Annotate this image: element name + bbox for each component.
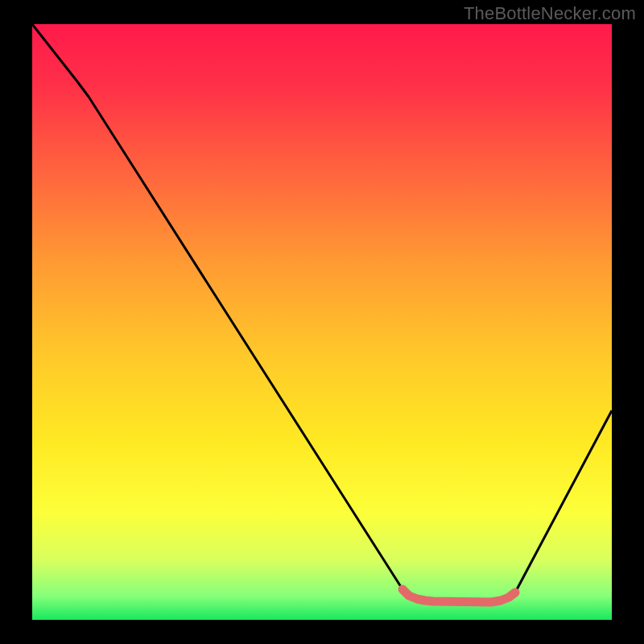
plot-area <box>32 24 612 620</box>
gradient-background <box>32 24 612 620</box>
chart-svg <box>32 24 612 620</box>
watermark-text: TheBottleNecker.com <box>464 3 636 24</box>
chart-frame: TheBottleNecker.com <box>0 0 644 644</box>
